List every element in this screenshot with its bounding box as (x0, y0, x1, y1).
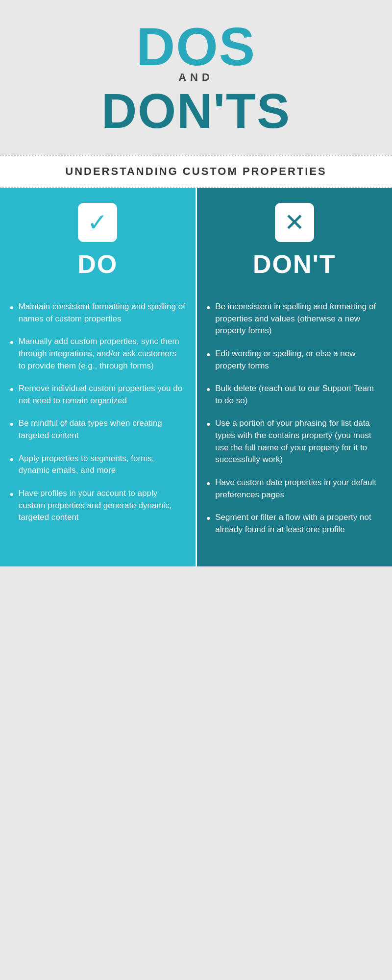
dont-column-content: Be inconsistent in spelling and formatti… (197, 291, 392, 566)
list-item: Apply properties to segments, forms, dyn… (10, 453, 186, 477)
do-label: DO (77, 249, 118, 279)
list-item: Be inconsistent in spelling and formatti… (207, 301, 383, 337)
list-item: Use a portion of your phrasing for list … (207, 417, 383, 466)
list-item: Have profiles in your account to apply c… (10, 488, 186, 524)
dont-list: Be inconsistent in spelling and formatti… (207, 301, 383, 536)
list-item: Be mindful of data types when creating t… (10, 417, 186, 441)
do-icon-box: ✓ (78, 203, 117, 242)
header-section: DOS AND DON'TS (0, 0, 392, 145)
banner-title: UNDERSTANDING CUSTOM PROPERTIES (65, 165, 326, 177)
list-item: Segment or filter a flow with a property… (207, 512, 383, 536)
do-column-header: ✓ DO (0, 188, 197, 291)
title-donts: DON'TS (20, 86, 372, 135)
list-item: Maintain consistent formatting and spell… (10, 301, 186, 325)
list-item: Bulk delete (reach out to our Support Te… (207, 383, 383, 407)
title-dos: DOS (20, 20, 372, 74)
check-icon: ✓ (87, 210, 108, 235)
do-column-content: Maintain consistent formatting and spell… (0, 291, 197, 566)
x-icon: ✕ (284, 210, 305, 235)
columns-header: ✓ DO ✕ DON'T (0, 188, 392, 291)
dont-label: DON'T (253, 249, 336, 279)
list-item: Have custom date properties in your defa… (207, 477, 383, 501)
page-wrapper: DOS AND DON'TS UNDERSTANDING CUSTOM PROP… (0, 0, 392, 566)
list-item: Remove individual custom properties you … (10, 383, 186, 407)
list-item: Manually add custom properties, sync the… (10, 336, 186, 372)
dont-icon-box: ✕ (275, 203, 314, 242)
banner: UNDERSTANDING CUSTOM PROPERTIES (0, 155, 392, 188)
dont-column-header: ✕ DON'T (197, 188, 392, 291)
do-list: Maintain consistent formatting and spell… (10, 301, 186, 524)
title-and: AND (20, 71, 372, 84)
columns-content: Maintain consistent formatting and spell… (0, 291, 392, 566)
list-item: Edit wording or spelling, or else a new … (207, 348, 383, 372)
